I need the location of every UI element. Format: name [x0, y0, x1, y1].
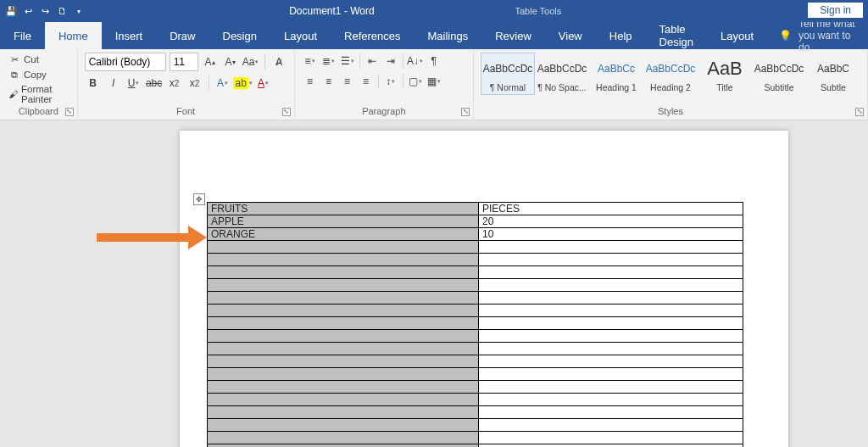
table-row[interactable]: ORANGE10 — [208, 228, 743, 241]
tab-table-design[interactable]: Table Design — [646, 22, 707, 49]
strikethrough-button[interactable]: abc — [146, 75, 163, 92]
undo-icon[interactable]: ↩ — [20, 3, 36, 19]
table-row[interactable] — [208, 279, 743, 292]
paragraph-launcher[interactable]: ⤡ — [461, 108, 470, 116]
table-cell[interactable] — [208, 266, 479, 279]
table-row[interactable] — [208, 266, 743, 279]
style-item[interactable]: AaBbCcDcHeading 2 — [643, 53, 698, 95]
multilevel-button[interactable]: ☰ — [339, 53, 356, 70]
table-cell[interactable] — [479, 330, 743, 343]
tab-layout[interactable]: Layout — [270, 22, 331, 49]
table-row[interactable] — [208, 292, 743, 305]
table-cell[interactable]: ORANGE — [208, 228, 479, 241]
table-row[interactable] — [208, 254, 743, 266]
style-item[interactable]: AaBbCcDc¶ Normal — [481, 53, 535, 95]
tab-file[interactable]: File — [0, 22, 45, 49]
table-cell[interactable] — [208, 381, 479, 394]
font-color-button[interactable]: A — [255, 75, 272, 92]
table-cell[interactable] — [208, 292, 479, 305]
tell-me-search[interactable]: 💡 Tell me what you want to do — [767, 22, 868, 49]
table-row[interactable] — [208, 317, 743, 330]
line-spacing-button[interactable]: ↕ — [382, 73, 399, 90]
table-cell[interactable] — [479, 381, 743, 394]
table-cell[interactable]: PIECES — [479, 203, 743, 215]
table-row[interactable]: APPLE20 — [208, 215, 743, 228]
table-cell[interactable] — [479, 241, 743, 254]
table-cell[interactable] — [208, 444, 479, 448]
table-cell[interactable] — [479, 406, 743, 419]
table-row[interactable] — [208, 444, 743, 448]
table-cell[interactable] — [479, 254, 743, 266]
table-cell[interactable] — [479, 279, 743, 292]
qat-dropdown-icon[interactable]: ▾ — [71, 3, 86, 19]
tab-help[interactable]: Help — [596, 22, 646, 49]
style-item[interactable]: AaBbCSubtle — [806, 53, 860, 95]
shrink-font-button[interactable]: A▾ — [222, 53, 239, 70]
borders-button[interactable]: ▦ — [426, 73, 442, 90]
table-cell[interactable] — [479, 394, 743, 406]
table-cell[interactable] — [479, 317, 743, 330]
style-item[interactable]: AaBbCcDc¶ No Spac... — [535, 53, 589, 95]
bold-button[interactable]: B — [85, 75, 102, 92]
redo-icon[interactable]: ↪ — [37, 3, 53, 19]
new-doc-icon[interactable]: 🗋 — [54, 3, 70, 19]
decrease-indent-button[interactable]: ⇤ — [364, 53, 381, 70]
table-cell[interactable]: FRUITS — [208, 203, 479, 215]
copy-button[interactable]: ⧉Copy — [7, 68, 70, 81]
table-cell[interactable] — [479, 305, 743, 317]
table-cell[interactable] — [208, 394, 479, 406]
format-painter-button[interactable]: 🖌Format Painter — [7, 83, 70, 105]
table-cell[interactable] — [208, 406, 479, 419]
align-right-button[interactable]: ≡ — [339, 73, 356, 90]
styles-launcher[interactable]: ⤡ — [855, 108, 864, 116]
styles-gallery[interactable]: AaBbCcDc¶ NormalAaBbCcDc¶ No Spac...AaBb… — [481, 53, 860, 95]
font-launcher[interactable]: ⤡ — [282, 108, 291, 116]
sign-in-button[interactable]: Sign in — [808, 3, 863, 18]
highlight-button[interactable]: ab — [235, 75, 252, 92]
style-item[interactable]: AaBbCcDcSubtitle — [752, 53, 806, 95]
table-cell[interactable] — [479, 343, 743, 355]
align-center-button[interactable]: ≡ — [320, 73, 337, 90]
table-cell[interactable] — [479, 444, 743, 448]
tab-design[interactable]: Design — [209, 22, 270, 49]
font-size-select[interactable] — [170, 53, 198, 71]
table-cell[interactable] — [208, 355, 479, 368]
text-effects-button[interactable]: A — [214, 75, 231, 92]
tab-mailings[interactable]: Mailings — [415, 22, 482, 49]
table-row[interactable] — [208, 419, 743, 432]
table-cell[interactable]: APPLE — [208, 215, 479, 228]
superscript-button[interactable]: x2 — [186, 75, 203, 92]
clear-formatting-button[interactable]: A̷ — [270, 53, 287, 70]
align-left-button[interactable]: ≡ — [302, 73, 319, 90]
table-cell[interactable] — [208, 305, 479, 317]
table-row[interactable] — [208, 355, 743, 368]
table-cell[interactable] — [208, 254, 479, 266]
table-cell[interactable] — [479, 432, 743, 444]
table-cell[interactable] — [208, 241, 479, 254]
table-row[interactable] — [208, 432, 743, 444]
table-cell[interactable] — [208, 343, 479, 355]
underline-button[interactable]: U — [125, 75, 142, 92]
table-move-handle[interactable]: ✥ — [193, 193, 205, 205]
tab-references[interactable]: References — [331, 22, 414, 49]
table-row[interactable] — [208, 381, 743, 394]
tab-home[interactable]: Home — [45, 22, 102, 49]
grow-font-button[interactable]: A▴ — [202, 53, 219, 70]
clipboard-launcher[interactable]: ⤡ — [65, 108, 74, 116]
table-cell[interactable] — [208, 317, 479, 330]
font-name-select[interactable] — [85, 53, 166, 71]
change-case-button[interactable]: Aa — [242, 53, 259, 70]
table-row[interactable] — [208, 330, 743, 343]
subscript-button[interactable]: x2 — [166, 75, 183, 92]
table-cell[interactable] — [208, 368, 479, 381]
italic-button[interactable]: I — [105, 75, 122, 92]
tab-insert[interactable]: Insert — [102, 22, 157, 49]
table-cell[interactable] — [479, 419, 743, 432]
table-cell[interactable] — [479, 292, 743, 305]
table-row[interactable] — [208, 241, 743, 254]
shading-button[interactable]: ▢ — [407, 73, 424, 90]
table-row[interactable]: FRUITSPIECES — [208, 203, 743, 215]
save-icon[interactable]: 💾 — [3, 3, 19, 19]
table-cell[interactable] — [208, 419, 479, 432]
show-marks-button[interactable]: ¶ — [426, 53, 442, 70]
